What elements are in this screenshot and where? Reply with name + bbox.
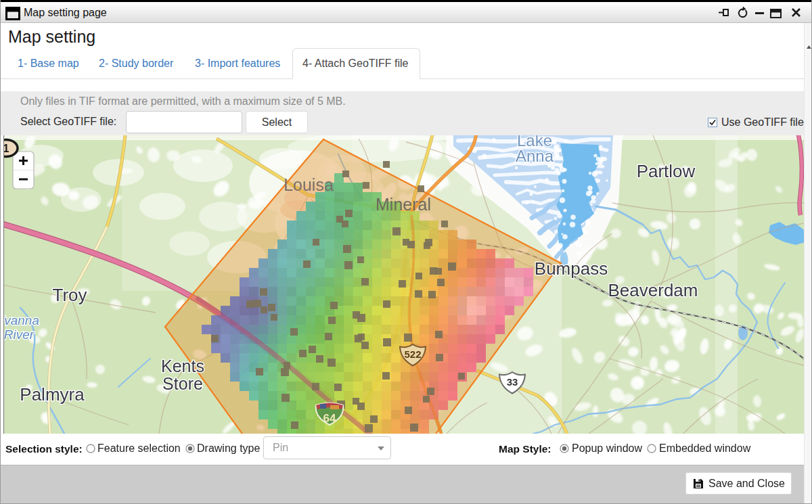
svg-text:ivanna: ivanna <box>1 313 39 327</box>
svg-text:Bumpass: Bumpass <box>535 258 608 279</box>
svg-text:33: 33 <box>507 376 518 388</box>
svg-text:River: River <box>4 327 35 342</box>
svg-text:Troy: Troy <box>52 285 87 305</box>
svg-text:Louisa: Louisa <box>284 175 334 194</box>
svg-text:Anna: Anna <box>516 147 554 165</box>
svg-text:Store: Store <box>162 374 203 393</box>
svg-text:Partlow: Partlow <box>637 161 696 181</box>
svg-text:Mineral: Mineral <box>376 195 431 214</box>
svg-text:522: 522 <box>404 348 421 360</box>
svg-text:Beaverdam: Beaverdam <box>608 280 698 300</box>
svg-text:64: 64 <box>323 412 336 425</box>
svg-text:Kents: Kents <box>161 357 204 375</box>
svg-text:Palmyra: Palmyra <box>20 384 85 405</box>
